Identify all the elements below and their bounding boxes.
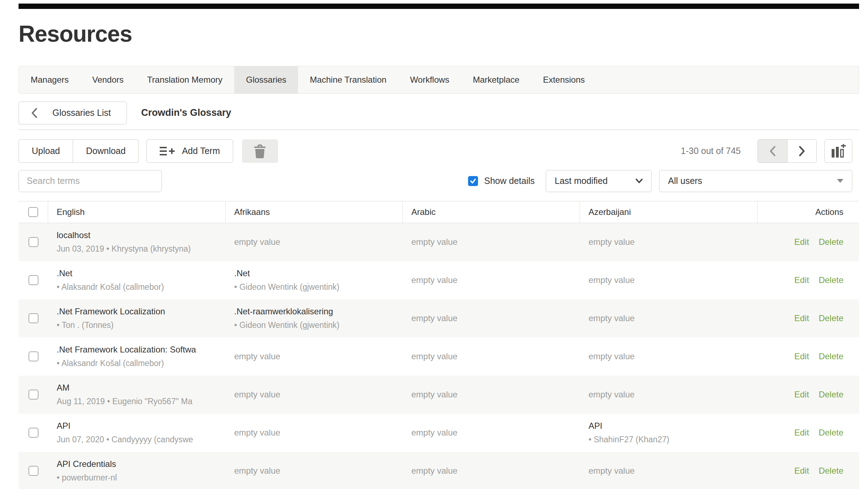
term-cell: API• ShahinF27 (Khan27) xyxy=(580,414,757,452)
term-text: localhost xyxy=(57,230,217,241)
select-all-checkbox[interactable] xyxy=(28,207,38,217)
empty-value: empty value xyxy=(589,275,749,285)
row-checkbox[interactable] xyxy=(29,351,38,361)
empty-value: empty value xyxy=(589,466,749,476)
tab-workflows[interactable]: Workflows xyxy=(398,66,461,93)
dropdown-arrow-icon xyxy=(837,179,843,183)
row-checkbox-cell xyxy=(19,452,48,489)
edit-link[interactable]: Edit xyxy=(794,237,809,247)
term-cell: empty value xyxy=(226,338,403,376)
empty-value: empty value xyxy=(411,351,571,361)
empty-value: empty value xyxy=(411,237,571,247)
tab-extensions[interactable]: Extensions xyxy=(531,66,596,93)
term-cell: empty value xyxy=(580,261,757,299)
table-row: .Net• Alaksandr Košal (callmebor).Net• G… xyxy=(19,261,859,299)
term-detail: • Alaksandr Košal (callmebor) xyxy=(57,282,217,293)
pagination-count: 1-30 out of 745 xyxy=(681,146,741,156)
column-header-azerbaijani: Azerbaijani xyxy=(580,201,757,223)
row-checkbox[interactable] xyxy=(29,390,38,400)
term-detail: Jun 03, 2019 • Khrystyna (khrystyna) xyxy=(57,244,217,254)
delete-link[interactable]: Delete xyxy=(819,466,843,476)
delete-link[interactable]: Delete xyxy=(819,428,843,438)
check-icon xyxy=(469,177,477,185)
tab-bar: ManagersVendorsTranslation MemoryGlossar… xyxy=(19,66,859,94)
actions-cell: EditDelete xyxy=(757,261,859,299)
term-detail: • ShahinF27 (Khan27) xyxy=(589,434,749,445)
delete-link[interactable]: Delete xyxy=(819,313,843,323)
add-term-button[interactable]: Add Term xyxy=(147,139,233,163)
term-detail: • powerburner-nl xyxy=(57,473,217,483)
term-cell: .Net Framework Localization: Softwa• Ala… xyxy=(48,338,226,376)
edit-link[interactable]: Edit xyxy=(794,390,809,400)
empty-value: empty value xyxy=(234,237,394,247)
delete-link[interactable]: Delete xyxy=(819,237,843,247)
term-cell: .Net-raamwerklokalisering• Gideon Wentin… xyxy=(226,299,403,338)
glossaries-list-back-button[interactable]: Glossaries List xyxy=(19,102,127,124)
row-checkbox-cell xyxy=(19,299,48,338)
tab-glossaries[interactable]: Glossaries xyxy=(234,66,298,93)
term-text: AM xyxy=(57,382,217,393)
term-cell: empty value xyxy=(226,376,403,414)
sort-select-value: Last modified xyxy=(555,176,608,186)
row-checkbox[interactable] xyxy=(29,237,38,247)
empty-value: empty value xyxy=(589,390,749,400)
delete-link[interactable]: Delete xyxy=(819,351,843,361)
download-button[interactable]: Download xyxy=(73,139,139,163)
edit-link[interactable]: Edit xyxy=(794,428,809,438)
next-page-button[interactable] xyxy=(787,140,816,163)
delete-selected-button[interactable] xyxy=(242,139,278,163)
tab-machine-translation[interactable]: Machine Translation xyxy=(298,66,398,93)
edit-link[interactable]: Edit xyxy=(794,313,809,323)
table-row: localhostJun 03, 2019 • Khrystyna (khrys… xyxy=(19,223,859,261)
prev-page-button[interactable] xyxy=(758,140,787,163)
term-cell: empty value xyxy=(403,261,580,299)
term-cell: .Net Framework Localization• Ton . (Tonn… xyxy=(48,299,226,338)
search-input[interactable] xyxy=(19,170,162,192)
sort-select[interactable]: Last modified xyxy=(546,170,652,192)
term-cell: empty value xyxy=(403,223,580,261)
section-divider xyxy=(19,129,859,130)
term-cell: empty value xyxy=(403,376,580,414)
delete-link[interactable]: Delete xyxy=(819,390,843,400)
tab-vendors[interactable]: Vendors xyxy=(81,66,135,93)
term-cell: empty value xyxy=(580,223,757,261)
row-checkbox[interactable] xyxy=(29,428,38,438)
edit-link[interactable]: Edit xyxy=(794,275,809,285)
empty-value: empty value xyxy=(234,466,394,476)
tab-managers[interactable]: Managers xyxy=(19,66,81,93)
row-checkbox[interactable] xyxy=(29,275,38,285)
term-cell: empty value xyxy=(403,338,580,376)
empty-value: empty value xyxy=(411,313,571,323)
show-details-checkbox[interactable] xyxy=(468,176,478,186)
users-select[interactable]: All users xyxy=(659,170,852,192)
delete-link[interactable]: Delete xyxy=(819,275,843,285)
select-all-cell xyxy=(19,201,48,223)
empty-value: empty value xyxy=(589,351,749,361)
term-text: .Net xyxy=(234,268,394,279)
empty-value: empty value xyxy=(234,390,394,400)
tab-translation-memory[interactable]: Translation Memory xyxy=(135,66,234,93)
term-cell: empty value xyxy=(226,223,403,261)
show-details-label: Show details xyxy=(484,176,535,186)
manage-columns-button[interactable] xyxy=(825,139,852,163)
empty-value: empty value xyxy=(589,313,749,323)
show-details-toggle[interactable]: Show details xyxy=(468,176,535,186)
filter-right: Show details Last modified All users xyxy=(468,170,852,192)
chevron-left-icon xyxy=(31,108,37,118)
term-detail: • Gideon Wentink (gjwentink) xyxy=(234,320,394,331)
row-checkbox[interactable] xyxy=(29,313,38,323)
term-detail: • Alaksandr Košal (callmebor) xyxy=(57,358,217,369)
row-checkbox[interactable] xyxy=(29,466,38,476)
term-cell: empty value xyxy=(403,299,580,338)
edit-link[interactable]: Edit xyxy=(794,351,809,361)
breadcrumb-current: Crowdin's Glossary xyxy=(141,107,231,118)
table-row: .Net Framework Localization• Ton . (Tonn… xyxy=(19,299,859,338)
pager xyxy=(757,139,817,163)
empty-value: empty value xyxy=(411,428,571,438)
upload-button[interactable]: Upload xyxy=(19,139,73,163)
tab-marketplace[interactable]: Marketplace xyxy=(461,66,531,93)
trash-icon xyxy=(253,144,266,159)
actions-cell: EditDelete xyxy=(757,452,859,489)
edit-link[interactable]: Edit xyxy=(794,466,809,476)
back-button-label: Glossaries List xyxy=(52,108,111,118)
